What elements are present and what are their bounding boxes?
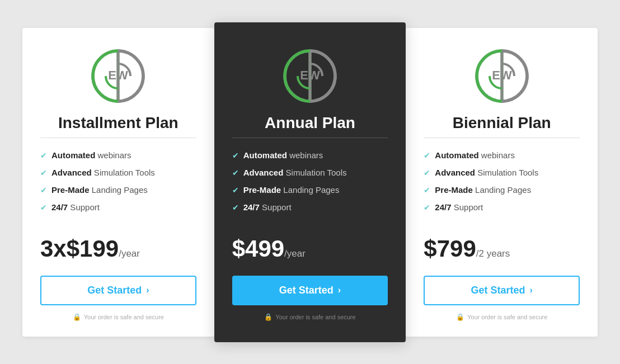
features-list-biennial: ✔Automated webinars✔Advanced Simulation … bbox=[424, 150, 580, 220]
plan-card-annual: EW Annual Plan✔Automated webinars✔Advanc… bbox=[214, 22, 406, 342]
secure-label-installment: 🔒Your order is safe and secure bbox=[73, 313, 164, 321]
feature-text: Automated webinars bbox=[243, 150, 323, 160]
feature-text: 24/7 Support bbox=[243, 202, 292, 212]
feature-text: 24/7 Support bbox=[435, 202, 483, 212]
price-main-installment: 3x$199 bbox=[40, 235, 119, 262]
price-period-installment: /year bbox=[119, 248, 140, 259]
feature-text: Advanced Simulation Tools bbox=[435, 168, 538, 177]
logo-annual: EW bbox=[282, 48, 338, 104]
feature-text: Pre-Made Landing Pages bbox=[435, 185, 531, 195]
svg-text:EW: EW bbox=[492, 68, 512, 82]
logo-biennial: EW bbox=[474, 48, 530, 104]
check-icon: ✔ bbox=[424, 151, 430, 160]
feature-text: Automated webinars bbox=[435, 150, 515, 160]
list-item: ✔Pre-Made Landing Pages bbox=[40, 185, 196, 195]
check-icon: ✔ bbox=[40, 203, 47, 212]
secure-text: Your order is safe and secure bbox=[467, 314, 547, 320]
price-main-annual: $499 bbox=[232, 235, 284, 262]
list-item: ✔Pre-Made Landing Pages bbox=[424, 185, 580, 195]
pricing-container: EW Installment Plan✔Automated webinars✔A… bbox=[0, 17, 620, 348]
feature-text: Pre-Made Landing Pages bbox=[243, 185, 340, 195]
list-item: ✔Advanced Simulation Tools bbox=[424, 168, 580, 177]
list-item: ✔Pre-Made Landing Pages bbox=[232, 185, 388, 195]
plan-card-biennial: EW Biennial Plan✔Automated webinars✔Adva… bbox=[406, 28, 598, 337]
lock-icon: 🔒 bbox=[73, 313, 81, 321]
list-item: ✔Advanced Simulation Tools bbox=[40, 168, 196, 177]
check-icon: ✔ bbox=[232, 168, 239, 177]
check-icon: ✔ bbox=[424, 168, 430, 177]
check-icon: ✔ bbox=[232, 151, 239, 160]
secure-text: Your order is safe and secure bbox=[84, 314, 164, 320]
price-period-biennial: /2 years bbox=[476, 248, 510, 259]
check-icon: ✔ bbox=[424, 186, 430, 195]
logo-installment: EW bbox=[90, 48, 146, 104]
plan-name-annual: Annual Plan bbox=[265, 114, 355, 132]
chevron-right-icon: › bbox=[146, 285, 149, 295]
get-started-button-biennial[interactable]: Get Started› bbox=[424, 276, 580, 305]
check-icon: ✔ bbox=[232, 186, 239, 195]
check-icon: ✔ bbox=[40, 168, 47, 177]
price-period-annual: /year bbox=[284, 248, 306, 259]
price-main-biennial: $799 bbox=[424, 235, 476, 262]
check-icon: ✔ bbox=[40, 186, 47, 195]
plan-name-installment: Installment Plan bbox=[58, 114, 179, 132]
secure-label-annual: 🔒Your order is safe and secure bbox=[264, 313, 355, 321]
feature-text: Advanced Simulation Tools bbox=[243, 168, 347, 177]
list-item: ✔Automated webinars bbox=[232, 150, 388, 160]
chevron-right-icon: › bbox=[530, 285, 533, 295]
divider-biennial bbox=[424, 138, 580, 138]
price-area-biennial: $799/2 years bbox=[424, 235, 580, 262]
feature-text: 24/7 Support bbox=[51, 202, 100, 212]
check-icon: ✔ bbox=[424, 203, 430, 212]
lock-icon: 🔒 bbox=[264, 313, 273, 321]
features-list-installment: ✔Automated webinars✔Advanced Simulation … bbox=[40, 150, 196, 220]
get-started-button-installment[interactable]: Get Started› bbox=[40, 276, 196, 305]
divider-installment bbox=[40, 138, 196, 138]
list-item: ✔24/7 Support bbox=[424, 202, 580, 212]
secure-label-biennial: 🔒Your order is safe and secure bbox=[456, 313, 547, 321]
feature-text: Pre-Made Landing Pages bbox=[51, 185, 148, 195]
get-started-button-annual[interactable]: Get Started› bbox=[232, 276, 388, 305]
svg-text:EW: EW bbox=[109, 68, 129, 82]
list-item: ✔Advanced Simulation Tools bbox=[232, 168, 388, 177]
list-item: ✔24/7 Support bbox=[232, 202, 388, 212]
feature-text: Automated webinars bbox=[51, 150, 131, 160]
divider-annual bbox=[232, 138, 388, 138]
price-area-annual: $499/year bbox=[232, 235, 388, 262]
feature-text: Advanced Simulation Tools bbox=[51, 168, 155, 177]
button-label: Get Started bbox=[471, 285, 525, 296]
features-list-annual: ✔Automated webinars✔Advanced Simulation … bbox=[232, 150, 388, 220]
lock-icon: 🔒 bbox=[456, 313, 464, 321]
list-item: ✔Automated webinars bbox=[40, 150, 196, 160]
price-area-installment: 3x$199/year bbox=[40, 235, 196, 262]
check-icon: ✔ bbox=[232, 203, 239, 212]
chevron-right-icon: › bbox=[338, 285, 341, 295]
plan-card-installment: EW Installment Plan✔Automated webinars✔A… bbox=[22, 28, 214, 337]
list-item: ✔Automated webinars bbox=[424, 150, 580, 160]
button-label: Get Started bbox=[279, 285, 334, 296]
plan-name-biennial: Biennial Plan bbox=[453, 114, 551, 132]
button-label: Get Started bbox=[87, 285, 142, 296]
check-icon: ✔ bbox=[40, 151, 47, 160]
secure-text: Your order is safe and secure bbox=[275, 314, 355, 320]
svg-text:EW: EW bbox=[300, 68, 320, 82]
list-item: ✔24/7 Support bbox=[40, 202, 196, 212]
